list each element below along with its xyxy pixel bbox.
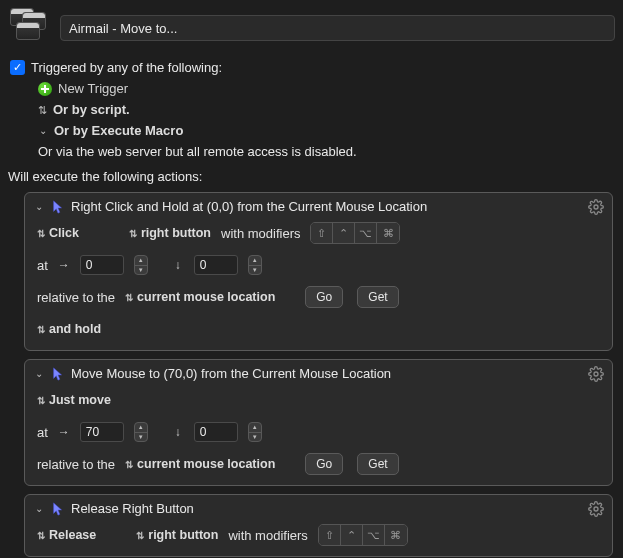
relative-prefix: relative to the [37, 290, 115, 305]
x-input[interactable] [80, 255, 124, 275]
modifiers-segmented: ⇧ ⌃ ⌥ ⌘ [318, 524, 408, 546]
release-kind-select[interactable]: Release [37, 528, 96, 542]
disclosure-icon[interactable]: ⌄ [33, 368, 45, 379]
actions-header: Will execute the following actions: [0, 163, 623, 188]
move-kind-select[interactable]: Just move [37, 393, 111, 407]
mod-command-button[interactable]: ⌘ [385, 525, 407, 545]
cursor-icon [51, 200, 65, 214]
web-server-note: Or via the web server but all remote acc… [38, 144, 357, 159]
svg-point-0 [594, 205, 598, 209]
mod-shift-button[interactable]: ⇧ [319, 525, 341, 545]
action-card: ⌄ Right Click and Hold at (0,0) from the… [24, 192, 613, 351]
svg-point-1 [594, 372, 598, 376]
click-button-label: right button [141, 226, 211, 240]
y-input[interactable] [194, 422, 238, 442]
chevron-down-icon[interactable]: ⌄ [38, 125, 48, 136]
y-stepper[interactable]: ▲▼ [248, 422, 262, 442]
move-kind-label: Just move [49, 393, 111, 407]
mod-option-button[interactable]: ⌥ [363, 525, 385, 545]
gear-icon[interactable] [588, 366, 604, 382]
with-modifiers-label: with modifiers [228, 528, 307, 543]
action-title: Right Click and Hold at (0,0) from the C… [71, 199, 427, 214]
arrow-right-icon: → [58, 258, 70, 272]
gear-icon[interactable] [588, 501, 604, 517]
sort-icon [38, 102, 47, 117]
relative-value: current mouse location [137, 457, 275, 471]
add-trigger-icon[interactable] [38, 82, 52, 96]
hold-label: and hold [49, 322, 101, 336]
action-card: ⌄ Release Right Button Release right but… [24, 494, 613, 557]
action-title: Release Right Button [71, 501, 194, 516]
go-button[interactable]: Go [305, 286, 343, 308]
relative-prefix: relative to the [37, 457, 115, 472]
click-kind-label: Click [49, 226, 79, 240]
y-stepper[interactable]: ▲▼ [248, 255, 262, 275]
relative-value: current mouse location [137, 290, 275, 304]
action-title: Move Mouse to (70,0) from the Current Mo… [71, 366, 391, 381]
mod-command-button[interactable]: ⌘ [377, 223, 399, 243]
mod-option-button[interactable]: ⌥ [355, 223, 377, 243]
relative-select[interactable]: current mouse location [125, 457, 275, 471]
at-label: at [37, 258, 48, 273]
new-trigger-label[interactable]: New Trigger [58, 81, 128, 96]
x-stepper[interactable]: ▲▼ [134, 255, 148, 275]
modifiers-segmented: ⇧ ⌃ ⌥ ⌘ [310, 222, 400, 244]
arrow-down-icon: ↓ [172, 258, 184, 272]
macro-name-input[interactable] [60, 15, 615, 41]
release-button-label: right button [148, 528, 218, 542]
release-button-select[interactable]: right button [136, 528, 218, 542]
disclosure-icon[interactable]: ⌄ [33, 201, 45, 212]
triggered-checkbox[interactable]: ✓ [10, 60, 25, 75]
release-kind-label: Release [49, 528, 96, 542]
y-input[interactable] [194, 255, 238, 275]
x-input[interactable] [80, 422, 124, 442]
arrow-right-icon: → [58, 425, 70, 439]
by-script-label: Or by script. [53, 102, 130, 117]
at-label: at [37, 425, 48, 440]
mod-shift-button[interactable]: ⇧ [311, 223, 333, 243]
relative-select[interactable]: current mouse location [125, 290, 275, 304]
action-card: ⌄ Move Mouse to (70,0) from the Current … [24, 359, 613, 486]
triggered-label: Triggered by any of the following: [31, 60, 222, 75]
hold-select[interactable]: and hold [37, 322, 101, 336]
get-button[interactable]: Get [357, 453, 398, 475]
mod-control-button[interactable]: ⌃ [341, 525, 363, 545]
with-modifiers-label: with modifiers [221, 226, 300, 241]
by-execute-macro-label: Or by Execute Macro [54, 123, 183, 138]
disclosure-icon[interactable]: ⌄ [33, 503, 45, 514]
go-button[interactable]: Go [305, 453, 343, 475]
macro-icon [8, 6, 52, 50]
get-button[interactable]: Get [357, 286, 398, 308]
click-kind-select[interactable]: Click [37, 226, 79, 240]
cursor-icon [51, 502, 65, 516]
gear-icon[interactable] [588, 199, 604, 215]
click-button-select[interactable]: right button [129, 226, 211, 240]
cursor-icon [51, 367, 65, 381]
arrow-down-icon: ↓ [172, 425, 184, 439]
x-stepper[interactable]: ▲▼ [134, 422, 148, 442]
mod-control-button[interactable]: ⌃ [333, 223, 355, 243]
svg-point-2 [594, 507, 598, 511]
